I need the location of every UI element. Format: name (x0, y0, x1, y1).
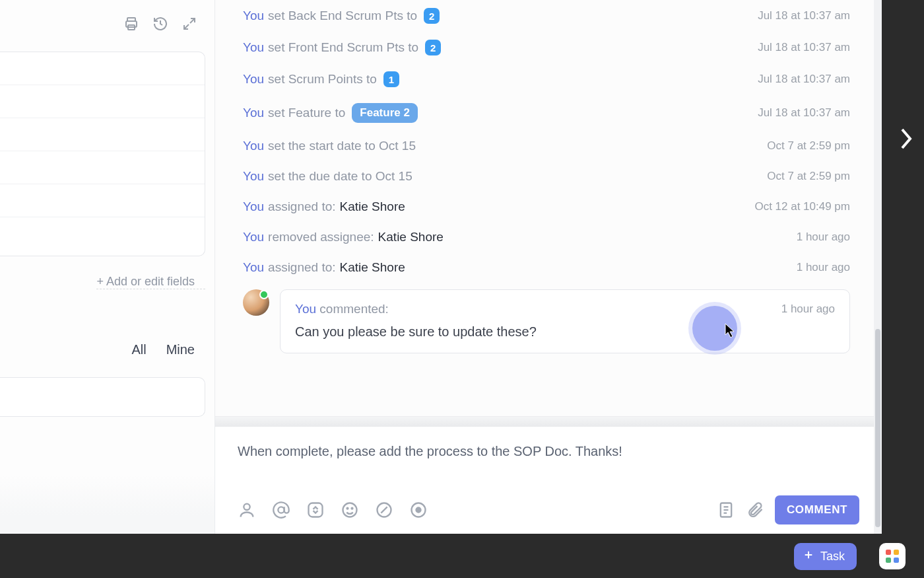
activity-row: You set Front End Scrum Pts to 2 Jul 18 … (243, 32, 850, 63)
sidebar-header-actions (0, 0, 214, 52)
field-row[interactable] (0, 52, 205, 85)
comment-body: Can you please be sure to update these? (295, 324, 835, 340)
plus-icon (803, 550, 814, 563)
activity-row: You set Feature to Feature 2 Jul 18 at 1… (243, 95, 850, 131)
activity-actor: You (243, 72, 264, 87)
activity-verb: set Front End Scrum Pts to (268, 40, 418, 55)
field-row[interactable] (0, 118, 205, 151)
activity-actor: You (243, 260, 264, 275)
svg-line-3 (190, 18, 195, 23)
activity-actor: You (243, 9, 264, 23)
activity-actor: You (243, 199, 264, 214)
activity-time: Jul 18 at 10:37 am (758, 73, 850, 86)
next-task-chevron[interactable] (898, 126, 915, 155)
feature-badge: Feature 2 (352, 103, 418, 123)
activity-target: Katie Shore (340, 199, 405, 214)
app-bottom-bar (0, 534, 924, 578)
composer-divider (215, 416, 882, 427)
activity-row: You set Scrum Points to 1 Jul 18 at 10:3… (243, 63, 850, 95)
add-edit-fields-link[interactable]: + Add or edit fields (96, 267, 205, 289)
comment-button[interactable]: COMMENT (775, 495, 859, 524)
comment-composer: When complete, please add the process to… (215, 427, 882, 534)
apps-grid-icon (886, 550, 899, 563)
activity-time: 1 hour ago (797, 261, 850, 274)
scrollbar-thumb[interactable] (875, 329, 880, 527)
activity-time: Oct 7 at 2:59 pm (767, 139, 850, 153)
tab-all[interactable]: All (131, 342, 146, 357)
mention-icon[interactable] (272, 501, 290, 519)
activity-verb: assigned to: (268, 260, 335, 275)
scrollbar[interactable] (874, 0, 882, 534)
comment-head-suffix: commented: (319, 302, 389, 316)
activity-actor: You (243, 139, 264, 153)
activity-time: Oct 12 at 10:49 pm (754, 200, 850, 213)
activity-actor: You (243, 169, 264, 184)
svg-point-9 (347, 508, 348, 509)
svg-point-14 (416, 508, 421, 513)
activity-actor: You (243, 106, 264, 120)
activity-row: You assigned to: Katie Shore Oct 12 at 1… (243, 192, 850, 222)
svg-point-6 (278, 507, 284, 513)
activity-row: You assigned to: Katie Shore 1 hour ago (243, 252, 850, 283)
fade-overlay (0, 474, 214, 534)
svg-point-5 (244, 504, 249, 510)
notepad-icon[interactable] (717, 501, 735, 519)
comment-time: 1 hour ago (781, 303, 835, 316)
field-row[interactable] (0, 217, 205, 250)
activity-verb: set Back End Scrum Pts to (268, 9, 417, 23)
slash-command-icon[interactable] (375, 501, 393, 519)
print-icon[interactable] (123, 16, 139, 32)
activity-list: You set Back End Scrum Pts to 2 Jul 18 a… (215, 0, 882, 416)
activity-time: 1 hour ago (797, 231, 850, 244)
avatar (243, 289, 269, 316)
activity-target: Katie Shore (378, 230, 444, 244)
loop-icon[interactable] (306, 501, 325, 519)
svg-point-10 (352, 508, 353, 509)
subtask-card[interactable] (0, 377, 205, 417)
field-row[interactable] (0, 184, 205, 217)
activity-verb: assigned to: (268, 199, 335, 214)
task-detail-panel: + Add or edit fields All Mine You set Ba… (0, 0, 882, 534)
activity-time: Jul 18 at 10:37 am (758, 106, 850, 120)
points-badge: 2 (424, 8, 440, 24)
activity-actor: You (243, 40, 264, 55)
svg-line-12 (381, 507, 387, 513)
new-task-button[interactable]: Task (794, 543, 857, 570)
sidebar-tabs: All Mine (0, 289, 214, 371)
comment-actor: You (295, 302, 316, 316)
composer-toolbar: COMMENT (238, 490, 859, 524)
comment-input[interactable]: When complete, please add the process to… (238, 444, 859, 490)
activity-panel: You set Back End Scrum Pts to 2 Jul 18 a… (215, 0, 882, 534)
points-badge: 1 (383, 71, 399, 87)
comment-block: You commented: 1 hour ago Can you please… (243, 289, 850, 353)
apps-launcher-button[interactable] (879, 543, 906, 569)
activity-row: You set the due date to Oct 15 Oct 7 at … (243, 161, 850, 192)
field-row[interactable] (0, 151, 205, 184)
svg-rect-7 (309, 503, 323, 517)
task-sidebar: + Add or edit fields All Mine (0, 0, 215, 534)
activity-time: Oct 7 at 2:59 pm (767, 170, 850, 183)
field-row[interactable] (0, 85, 205, 118)
activity-verb: set the due date to Oct 15 (268, 169, 412, 184)
record-icon[interactable] (409, 501, 428, 519)
activity-time: Jul 18 at 10:37 am (758, 41, 850, 54)
activity-row: You removed assignee: Katie Shore 1 hour… (243, 222, 850, 252)
activity-target: Katie Shore (340, 260, 405, 275)
emoji-icon[interactable] (341, 501, 359, 519)
activity-history-icon[interactable] (152, 16, 168, 32)
tab-mine[interactable]: Mine (166, 342, 195, 357)
svg-point-8 (343, 503, 357, 517)
activity-verb: set the start date to Oct 15 (268, 139, 416, 153)
expand-icon[interactable] (182, 16, 197, 32)
activity-row: You set Back End Scrum Pts to 2 Jul 18 a… (243, 0, 850, 32)
assign-icon[interactable] (238, 501, 256, 519)
comment-card[interactable]: You commented: 1 hour ago Can you please… (280, 289, 850, 353)
activity-verb: set Scrum Points to (268, 72, 377, 87)
svg-line-4 (184, 24, 189, 29)
new-task-label: Task (820, 550, 845, 563)
activity-row: You set the start date to Oct 15 Oct 7 a… (243, 131, 850, 161)
activity-verb: set Feature to (268, 106, 345, 120)
activity-time: Jul 18 at 10:37 am (758, 9, 850, 22)
points-badge: 2 (425, 40, 441, 55)
attachment-icon[interactable] (746, 501, 764, 519)
